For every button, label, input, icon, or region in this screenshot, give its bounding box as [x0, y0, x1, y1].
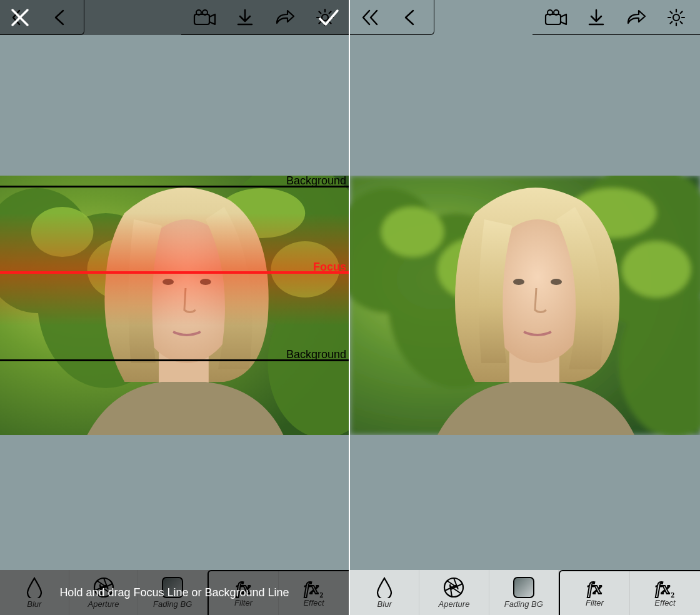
- fading-bg-icon: [162, 577, 183, 598]
- tool-blur[interactable]: Blur: [0, 570, 69, 615]
- aperture-icon: [93, 577, 114, 598]
- svg-rect-18: [546, 14, 561, 24]
- aperture-icon: [443, 577, 464, 598]
- fx-icon: fx: [236, 579, 251, 597]
- photo-right: [350, 176, 700, 435]
- drop-icon: [375, 577, 394, 598]
- tool-aperture[interactable]: Aperture: [419, 570, 489, 615]
- tool-blur[interactable]: Blur: [350, 570, 419, 615]
- share-icon: [626, 8, 646, 27]
- fx-group: fx Filter fx2 Effect: [559, 570, 700, 615]
- video-button[interactable]: [536, 0, 576, 35]
- tool-blur-label: Blur: [378, 599, 392, 609]
- check-icon: [316, 6, 341, 29]
- bottombar-right: Blur Aperture Fading BG fx: [350, 570, 700, 615]
- tool-blur-label: Blur: [27, 599, 41, 609]
- fx2-icon: fx2: [656, 579, 674, 597]
- svg-point-34: [551, 279, 562, 285]
- settings-button[interactable]: [656, 0, 696, 35]
- bottombar-left: Blur Aperture Fading BG fx: [0, 570, 349, 615]
- nav-back-button[interactable]: [390, 0, 430, 35]
- gear-icon: [666, 8, 686, 28]
- nav-first-button[interactable]: [350, 0, 390, 35]
- svg-point-33: [513, 279, 524, 285]
- canvas-area-left[interactable]: Background Focus Background: [0, 35, 349, 570]
- tool-filter-label: Filter: [234, 598, 252, 608]
- share-button[interactable]: [265, 0, 305, 35]
- video-camera-icon: [544, 8, 568, 27]
- download-button[interactable]: [225, 0, 265, 35]
- download-icon: [236, 8, 254, 27]
- tool-aperture[interactable]: Aperture: [69, 570, 139, 615]
- canvas-area-right[interactable]: [350, 35, 700, 570]
- tool-aperture-label: Aperture: [439, 599, 470, 609]
- tool-filter[interactable]: fx Filter: [560, 571, 630, 615]
- background-line-bottom[interactable]: Background: [0, 359, 349, 361]
- tool-fading-bg-label: Fading BG: [504, 599, 543, 609]
- focus-line-label: Focus: [313, 261, 346, 274]
- tool-fading-bg-label: Fading BG: [153, 599, 192, 609]
- tool-fading-bg[interactable]: Fading BG: [138, 570, 208, 615]
- background-line-top-label: Background: [286, 176, 346, 188]
- svg-point-27: [381, 207, 444, 257]
- svg-point-29: [622, 241, 691, 298]
- svg-point-15: [162, 279, 174, 285]
- topbar-right: [350, 0, 700, 35]
- tool-aperture-label: Aperture: [88, 599, 119, 609]
- tool-effect[interactable]: fx2 Effect: [279, 571, 349, 615]
- focus-line[interactable]: Focus: [0, 271, 349, 274]
- tool-filter[interactable]: fx Filter: [209, 571, 279, 615]
- download-button[interactable]: [576, 0, 616, 35]
- confirm-overlay-button[interactable]: [309, 0, 349, 35]
- share-icon: [275, 8, 295, 27]
- chevron-left-icon: [51, 8, 69, 27]
- tool-effect[interactable]: fx2 Effect: [630, 571, 700, 615]
- chevron-left-icon: [401, 8, 419, 27]
- share-button[interactable]: [616, 0, 656, 35]
- svg-rect-0: [194, 14, 209, 24]
- svg-point-16: [200, 279, 211, 285]
- tool-fading-bg[interactable]: Fading BG: [489, 570, 559, 615]
- fading-bg-icon: [513, 577, 534, 598]
- background-line-top[interactable]: Background: [0, 186, 349, 188]
- svg-point-9: [31, 207, 94, 257]
- action-group: [532, 0, 700, 35]
- video-camera-icon: [193, 8, 217, 27]
- download-icon: [587, 8, 606, 27]
- drop-icon: [25, 577, 44, 598]
- fx2-icon: fx2: [304, 579, 323, 597]
- right-pane: Blur Aperture Fading BG fx: [350, 0, 700, 615]
- photo-left: Background Focus Background: [0, 176, 349, 435]
- topbar-left: [0, 0, 349, 35]
- fx-group: fx Filter fx2 Effect: [208, 570, 349, 615]
- video-button[interactable]: [185, 0, 225, 35]
- background-line-bottom-label: Background: [286, 348, 346, 361]
- svg-point-21: [673, 14, 679, 21]
- nav-back-button[interactable]: [40, 0, 80, 35]
- nav-group: [350, 0, 434, 35]
- chevron-double-left-icon: [361, 8, 379, 27]
- close-overlay-button[interactable]: [0, 0, 40, 35]
- tool-filter-label: Filter: [586, 598, 604, 608]
- fx-icon: fx: [588, 579, 602, 597]
- left-pane: Background Focus Background Blur: [0, 0, 350, 615]
- close-icon: [9, 6, 31, 29]
